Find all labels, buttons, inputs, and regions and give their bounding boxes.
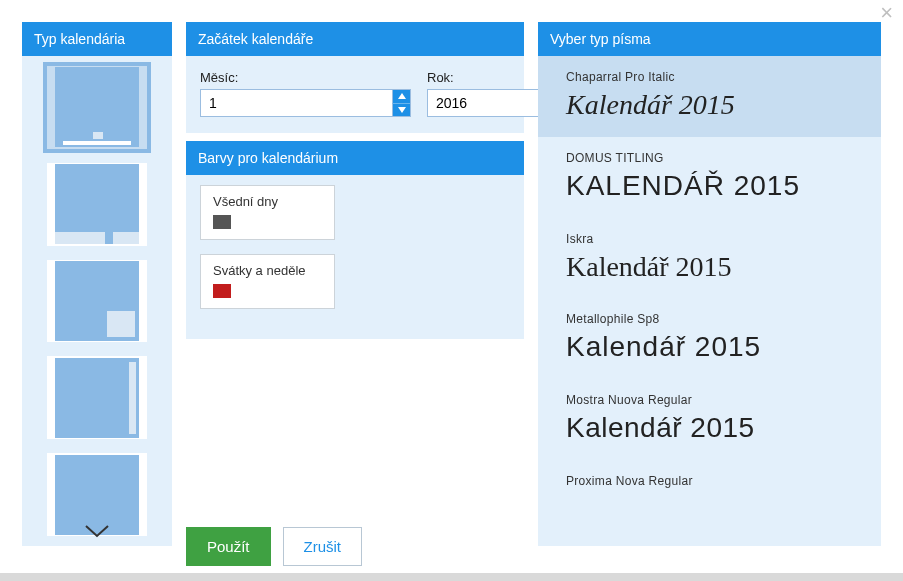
font-header: Vyber typ písma (538, 22, 881, 56)
calendar-type-panel: Typ kalendária (22, 22, 172, 566)
apply-button[interactable]: Použít (186, 527, 271, 566)
font-item[interactable]: Chaparral Pro ItalicKalendář 2015 (538, 56, 881, 137)
font-item[interactable]: DOMUS TITLINGKALENDÁŘ 2015 (538, 137, 881, 218)
calendar-type-thumb[interactable] (47, 66, 147, 149)
middle-column: Začátek kalendáře Měsíc: (186, 22, 524, 566)
font-panel: Vyber typ písma Chaparral Pro ItalicKale… (538, 22, 881, 566)
font-sample: Kalendář 2015 (566, 252, 853, 283)
font-name-label: Iskra (566, 232, 853, 246)
font-list: Chaparral Pro ItalicKalendář 2015DOMUS T… (538, 56, 881, 546)
calendar-type-thumb[interactable] (47, 163, 147, 246)
color-item-weekdays[interactable]: Všední dny (200, 185, 335, 240)
month-label: Měsíc: (200, 70, 411, 85)
bottom-bar (0, 573, 903, 581)
month-spinbox[interactable] (200, 89, 411, 117)
calendar-type-thumb[interactable] (47, 356, 147, 439)
font-name-label: Metallophile Sp8 (566, 312, 853, 326)
font-sample: Kalendář 2015 (566, 90, 853, 121)
font-name-label: DOMUS TITLING (566, 151, 853, 165)
font-item[interactable]: IskraKalendář 2015 (538, 218, 881, 299)
font-sample: Kalendář 2015 (566, 332, 853, 363)
svg-marker-0 (398, 93, 406, 99)
font-item[interactable]: Proxima Nova Regular (538, 460, 881, 510)
font-name-label: Mostra Nuova Regular (566, 393, 853, 407)
month-up-icon[interactable] (392, 90, 410, 103)
start-header: Začátek kalendáře (186, 22, 524, 56)
color-label: Svátky a neděle (213, 263, 322, 278)
color-item-holidays[interactable]: Svátky a neděle (200, 254, 335, 309)
font-sample: Kalendář 2015 (566, 413, 853, 444)
color-swatch (213, 284, 231, 298)
font-item[interactable]: Metallophile Sp8Kalendář 2015 (538, 298, 881, 379)
colors-header: Barvy pro kalendárium (186, 141, 524, 175)
font-name-label: Chaparral Pro Italic (566, 70, 853, 84)
font-item[interactable]: Mostra Nuova RegularKalendář 2015 (538, 379, 881, 460)
month-down-icon[interactable] (392, 103, 410, 117)
font-sample: KALENDÁŘ 2015 (566, 171, 853, 202)
start-panel: Začátek kalendáře Měsíc: (186, 22, 524, 133)
calendar-settings-dialog: Typ kalendária (0, 0, 903, 578)
action-buttons: Použít Zrušit (186, 509, 524, 566)
svg-marker-1 (398, 107, 406, 113)
scroll-down-icon[interactable] (82, 522, 112, 542)
cancel-button[interactable]: Zrušit (283, 527, 363, 566)
calendar-type-header: Typ kalendária (22, 22, 172, 56)
colors-panel: Barvy pro kalendárium Všední dny Svátky … (186, 141, 524, 339)
calendar-type-list (22, 56, 172, 546)
calendar-type-thumb[interactable] (47, 260, 147, 343)
color-swatch (213, 215, 231, 229)
month-input[interactable] (201, 90, 392, 116)
font-name-label: Proxima Nova Regular (566, 474, 853, 488)
color-label: Všední dny (213, 194, 322, 209)
